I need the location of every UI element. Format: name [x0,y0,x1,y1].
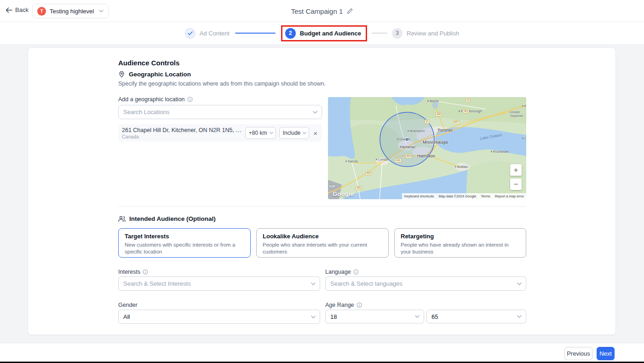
footer-bar: Previous Next [0,343,644,362]
chevron-down-icon [303,132,306,134]
language-select[interactable]: Search & Select languages [325,277,526,291]
radius-select[interactable]: +80 km [245,127,276,139]
option-description: New customers with specific interests or… [125,242,244,255]
geographic-location-heading: Geographic Location [118,71,191,78]
map-canvas [328,97,526,199]
map-zoom-controls: + − [510,164,522,190]
search-locations-select[interactable]: Search Locations [118,105,322,119]
info-icon[interactable] [356,302,362,308]
map-label: Greater [509,110,520,114]
chevron-down-icon [313,111,317,114]
map-attribution: Keyboard shortcuts Map data ©2024 Google… [402,193,526,199]
map-label: Kitchener [400,145,415,149]
add-location-label-row: Add a geographic location [118,96,193,103]
step-review-publish[interactable]: 3 Review and Publish [392,28,459,39]
intended-audience-label: Intended Audience (Optional) [129,215,216,222]
top-header: Back T Testing highlevel Test Campaign 1 [0,0,644,22]
google-logo[interactable]: Google [333,190,354,197]
users-icon [118,215,126,222]
chevron-down-icon [99,10,104,12]
chevron-down-icon [311,282,316,285]
map-label: Brampton [408,129,425,133]
geographic-location-description: Specify the geographic locations where a… [118,81,326,87]
step-budget-audience[interactable]: 2 Budget and Audience [285,28,361,39]
keyboard-shortcuts-link[interactable]: Keyboard shortcuts [404,194,434,198]
step-ad-content[interactable]: Ad Content [185,28,230,39]
option-retargeting[interactable]: Retargeting People who have already show… [394,228,526,258]
language-label-row: Language [325,269,359,275]
radius-value: +80 km [249,130,267,136]
age-min-select[interactable]: 18 [325,310,424,323]
age-max-value: 65 [431,313,438,320]
highway-shield: 403 [405,154,412,158]
section-divider [118,206,526,207]
previous-button[interactable]: Previous [564,347,592,360]
highway-shield: 402 [365,171,372,175]
map-label: roit [329,184,335,188]
back-label: Back [15,6,29,13]
edit-pencil-icon[interactable] [346,8,353,14]
step-2-circle: 2 [285,28,296,39]
geographic-location-label: Geographic Location [129,71,191,78]
gender-label-row: Gender [118,302,138,308]
highway-shield: 407 [453,120,460,124]
highway-shield: 400 [436,112,442,116]
interests-select[interactable]: Search & Select Interests [118,277,320,291]
map-label: Peterborough [459,109,482,113]
language-label: Language [325,269,351,275]
step-3-circle: 3 [392,28,402,39]
chevron-down-icon [270,132,273,134]
page-title: Test Campaign 1 [291,7,343,15]
location-address: 261 Chapel Hill Dr, Kitchener, ON N2R 1N… [122,127,242,133]
option-title: Retargeting [401,233,520,240]
chevron-down-icon [517,315,522,318]
next-button[interactable]: Next [597,347,615,360]
stepper-connector-1 [235,33,276,34]
gender-label: Gender [118,302,138,308]
step-3-label: Review and Publish [407,30,459,37]
info-icon[interactable] [353,269,359,275]
map-pin-icon [118,71,125,78]
age-min-value: 18 [330,313,337,320]
search-locations-placeholder: Search Locations [123,109,169,115]
zoom-in-button[interactable]: + [510,164,522,176]
chevron-down-icon [415,315,420,318]
map-label: Mississauga [423,139,448,144]
option-target-interests[interactable]: Target Interests New customers with spec… [118,228,251,258]
remove-location-button[interactable]: × [312,130,318,137]
account-selector[interactable]: T Testing highlevel [32,4,109,18]
interests-label-row: Interests [118,269,148,275]
age-max-select[interactable]: 65 [426,310,526,323]
zoom-out-button[interactable]: − [510,179,522,190]
highway-shield: 401 [395,158,402,162]
account-name: Testing highlevel [50,8,95,15]
highway-shield: 21 [425,120,430,124]
highway-shield: 12 [466,98,471,102]
back-button[interactable]: Back [6,6,29,13]
map-label: Os [522,136,526,140]
stepper: Ad Content 2 Budget and Audience 3 Revie… [0,22,644,45]
map-label: Kin [522,104,526,108]
gender-select[interactable]: All [118,310,320,324]
map-label: Napanee [510,114,523,117]
highway-shield: 401 [356,186,362,190]
map-data-text: Map data ©2024 Google [438,194,476,198]
interests-label: Interests [118,269,140,275]
arrow-left-icon [6,7,12,13]
intended-audience-heading: Intended Audience (Optional) [118,215,216,222]
terms-link[interactable]: Terms [481,194,490,198]
step-1-check-circle [185,28,196,39]
map[interactable]: Barrie Peterborough Greater Napanee Kin … [328,97,526,199]
annotation-highlight: 2 Budget and Audience [281,25,367,41]
report-map-error-link[interactable]: Report a map error [495,194,524,198]
map-label: London [376,157,390,161]
info-icon[interactable] [187,97,193,102]
add-location-label: Add a geographic location [118,96,185,103]
location-country: Canada [122,134,242,139]
map-label: Buffalo [455,165,468,169]
include-exclude-select[interactable]: Include [279,127,310,139]
gender-value: All [123,313,130,320]
option-lookalike-audience[interactable]: Lookalike Audience People who share inte… [256,228,389,258]
info-icon[interactable] [143,269,148,275]
map-label: Guelph [397,137,410,141]
